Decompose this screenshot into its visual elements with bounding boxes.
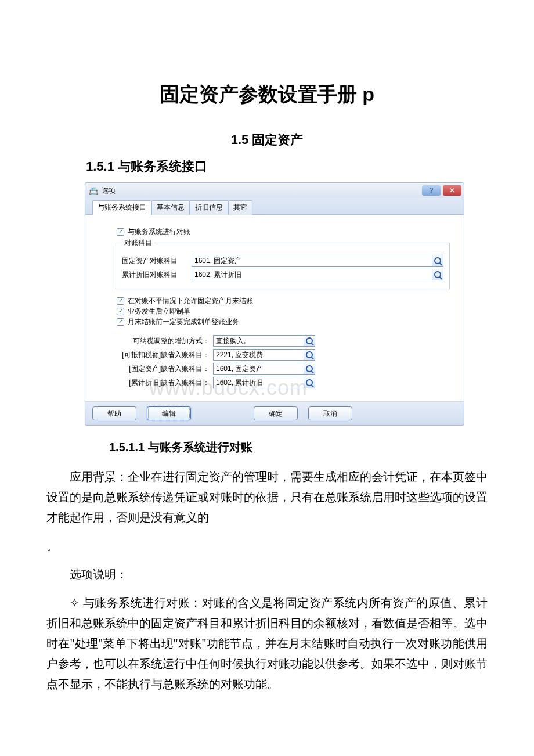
- lookup-tax-adjust-method[interactable]: [304, 336, 315, 346]
- fieldset-reconcile-accounts: 对账科目 固定资产对账科目 1601, 固定资产 累计折旧对账科目 1602, …: [116, 238, 450, 289]
- checkbox-allow-unbalanced[interactable]: ✓: [117, 297, 124, 305]
- value-accum-dep-account: 1602, 累计折旧: [194, 270, 241, 280]
- dialog-help-button[interactable]: ?: [422, 185, 441, 196]
- label-fixed-asset-account: 固定资产对账科目: [122, 256, 192, 266]
- edit-button[interactable]: 编辑: [147, 406, 191, 420]
- checkbox-reconcile[interactable]: ✓: [117, 228, 124, 236]
- lookup-fixed-default[interactable]: [304, 363, 315, 374]
- input-fixed-asset-account[interactable]: 1601, 固定资产: [192, 255, 443, 267]
- fieldset-legend: 对账科目: [122, 238, 154, 248]
- checkbox-immediate-voucher[interactable]: ✓: [117, 308, 124, 315]
- checkbox-immediate-voucher-label: 业务发生后立即制单: [128, 307, 190, 316]
- value-dep-default: 1602, 累计折旧: [216, 378, 263, 388]
- dialog-footer: 帮助 编辑 确定 取消: [85, 402, 464, 426]
- paragraph-options-label: 选项说明：: [46, 564, 488, 585]
- input-accum-dep-account[interactable]: 1602, 累计折旧: [192, 269, 443, 280]
- dialog-tabs: 与账务系统接口 基本信息 折旧信息 其它: [85, 198, 464, 215]
- tab-account-interface[interactable]: 与账务系统接口: [92, 200, 151, 215]
- subsub-heading: 1.5.1.1 与账务系统进行对账: [109, 440, 488, 455]
- value-deductible-tax-default: 2221, 应交税费: [216, 350, 263, 360]
- value-fixed-default: 1601, 固定资产: [216, 364, 263, 374]
- value-tax-adjust-method: 直接购入,: [216, 336, 246, 346]
- options-dialog: 📇 选项 ? ✕ 与账务系统接口 基本信息 折旧信息 其它 ✓ 与账务系统进行对…: [85, 182, 464, 426]
- tab-basic-info[interactable]: 基本信息: [151, 200, 190, 215]
- paragraph-option-reconcile: ✧ 与账务系统进行对账：对账的含义是将固定资产系统内所有资产的原值、累计折旧和总…: [46, 593, 488, 694]
- dialog-titlebar: 📇 选项 ? ✕: [85, 182, 464, 198]
- magnifier-icon: [306, 351, 313, 358]
- checkbox-complete-before-close[interactable]: ✓: [117, 318, 124, 326]
- tab-depreciation-info[interactable]: 折旧信息: [190, 200, 228, 215]
- input-dep-default[interactable]: 1602, 累计折旧: [213, 377, 315, 388]
- input-deductible-tax-default[interactable]: 2221, 应交税费: [213, 349, 315, 361]
- paragraph-background: 应用背景：企业在进行固定资产的管理时，需要生成相应的会计凭证，在本页签中设置的是…: [46, 467, 488, 528]
- dialog-title-text: 选项: [102, 186, 420, 196]
- lookup-accum-dep-account[interactable]: [432, 269, 443, 280]
- help-button[interactable]: 帮助: [92, 406, 136, 420]
- section-heading: 1.5 固定资产: [46, 131, 488, 149]
- ok-button[interactable]: 确定: [254, 406, 298, 420]
- input-fixed-default[interactable]: 1601, 固定资产: [213, 363, 315, 375]
- magnifier-icon: [306, 337, 313, 344]
- lookup-fixed-asset-account[interactable]: [432, 255, 443, 266]
- label-accum-dep-account: 累计折旧对账科目: [122, 270, 192, 280]
- magnifier-icon: [306, 365, 313, 372]
- magnifier-icon: [306, 379, 313, 386]
- dialog-close-button[interactable]: ✕: [443, 185, 461, 196]
- tab-other[interactable]: 其它: [228, 200, 252, 215]
- checkbox-complete-before-close-label: 月末结账前一定要完成制单登账业务: [128, 317, 239, 327]
- lookup-dep-default[interactable]: [304, 377, 315, 388]
- magnifier-icon: [434, 271, 441, 278]
- label-fixed-default: [固定资产]缺省入账科目：: [112, 364, 213, 374]
- lookup-deductible-tax-default[interactable]: [304, 350, 315, 360]
- dialog-icon: 📇: [89, 186, 98, 195]
- checkbox-allow-unbalanced-label: 在对账不平情况下允许固定资产月末结账: [128, 296, 253, 306]
- input-tax-adjust-method[interactable]: 直接购入,: [213, 335, 315, 347]
- subsection-heading: 1.5.1 与账务系统接口: [86, 158, 488, 175]
- label-tax-adjust-method: 可纳税调整的增加方式：: [112, 336, 213, 346]
- value-fixed-asset-account: 1601, 固定资产: [194, 256, 241, 266]
- magnifier-icon: [434, 257, 441, 264]
- doc-title: 固定资产参数设置手册 p: [46, 81, 488, 108]
- label-dep-default: [累计折旧]缺省入账科目：: [112, 378, 213, 388]
- checkbox-reconcile-label: 与账务系统进行对账: [128, 227, 190, 237]
- paragraph-background-tail: 。: [46, 536, 488, 556]
- cancel-button[interactable]: 取消: [308, 406, 352, 420]
- label-deductible-tax-default: [可抵扣税额]缺省入账科目：: [112, 350, 213, 360]
